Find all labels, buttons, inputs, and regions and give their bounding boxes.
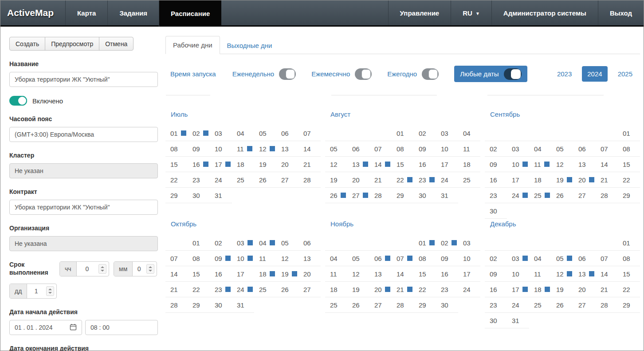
calendar-day[interactable]: 26 (551, 297, 573, 312)
tab-days-off[interactable]: Выходные дни (220, 37, 279, 54)
calendar-day[interactable]: 29 (414, 297, 436, 312)
month-title[interactable]: Сентябрь (490, 110, 520, 118)
year-2023[interactable]: 2023 (557, 70, 572, 78)
step-up-icon[interactable] (149, 266, 152, 268)
calendar-day[interactable]: 03 (210, 126, 232, 141)
calendar-day[interactable]: 06 (347, 141, 369, 156)
calendar-day[interactable]: 22 (618, 282, 640, 297)
calendar-day[interactable]: 16 (485, 282, 507, 297)
weekly-toggle-group[interactable]: Еженедельно (232, 68, 296, 80)
calendar-day[interactable]: 03 (232, 235, 254, 250)
days-value[interactable]: 1 (27, 284, 45, 298)
calendar-day[interactable]: 31 (210, 188, 232, 203)
calendar-day[interactable]: 26 (347, 297, 369, 312)
calendar-day[interactable]: 29 (618, 188, 640, 203)
calendar-day[interactable]: 18 (529, 282, 551, 297)
nav-item-user[interactable]: Администратор системы (491, 0, 598, 25)
create-button[interactable]: Создать (9, 37, 45, 51)
calendar-day[interactable]: 10 (232, 251, 254, 266)
calendar-day[interactable]: 01 (392, 126, 414, 141)
calendar-day[interactable]: 17 (507, 282, 529, 297)
calendar-day[interactable]: 20 (298, 266, 321, 281)
calendar-day[interactable]: 13 (298, 251, 321, 266)
calendar-day[interactable]: 19 (347, 282, 369, 297)
calendar-day[interactable]: 22 (165, 172, 188, 187)
step-down-icon[interactable] (48, 292, 52, 294)
calendar-day[interactable]: 14 (165, 266, 188, 281)
calendar-day[interactable]: 11 (254, 251, 276, 266)
calendar-day[interactable]: 09 (485, 266, 507, 281)
calendar-day[interactable]: 24 (436, 172, 458, 187)
calendar-day[interactable]: 14 (392, 266, 414, 281)
calendar-day[interactable]: 08 (414, 251, 436, 266)
calendar-day[interactable]: 28 (596, 297, 618, 312)
calendar-day[interactable]: 13 (276, 141, 298, 156)
stepper-arrows[interactable] (146, 264, 154, 274)
calendar-day[interactable]: 14 (596, 266, 618, 281)
calendar-day[interactable]: 11 (529, 266, 551, 281)
calendar-day[interactable]: 27 (369, 297, 392, 312)
calendar-day[interactable]: 04 (458, 126, 480, 141)
tab-working-days[interactable]: Рабочие дни (165, 36, 220, 54)
calendar-day[interactable]: 30 (188, 188, 210, 203)
calendar-day[interactable]: 18 (232, 157, 254, 172)
start-time-input[interactable]: 08 : 00 (85, 320, 158, 335)
calendar-day[interactable]: 10 (436, 141, 458, 156)
nav-item-logout[interactable]: Выход (598, 0, 644, 25)
calendar-day[interactable]: 01 (165, 126, 188, 141)
calendar-day[interactable]: 05 (325, 141, 347, 156)
year-2024[interactable]: 2024 (582, 66, 607, 82)
calendar-day[interactable]: 17 (210, 157, 232, 172)
calendar-day[interactable]: 30 (436, 297, 458, 312)
calendar-day[interactable]: 07 (298, 126, 321, 141)
weekly-toggle[interactable] (279, 68, 296, 80)
calendar-day[interactable]: 22 (618, 172, 640, 187)
calendar-day[interactable]: 07 (392, 251, 414, 266)
calendar-day[interactable]: 15 (414, 266, 436, 281)
month-title[interactable]: Июль (171, 110, 188, 118)
calendar-day[interactable]: 29 (392, 188, 414, 203)
calendar-day[interactable]: 25 (529, 297, 551, 312)
calendar-day[interactable]: 12 (551, 266, 573, 281)
calendar-day[interactable]: 25 (325, 297, 347, 312)
calendar-day[interactable]: 19 (551, 172, 573, 187)
nav-item-tasks[interactable]: Задания (107, 0, 159, 25)
calendar-day[interactable]: 19 (551, 282, 573, 297)
calendar-day[interactable]: 01 (188, 235, 210, 250)
nav-item-management[interactable]: Управление (388, 0, 451, 25)
calendar-day[interactable]: 13 (369, 266, 392, 281)
calendar-day[interactable]: 15 (165, 157, 188, 172)
calendar-day[interactable]: 28 (369, 188, 392, 203)
calendar-day[interactable]: 23 (414, 172, 436, 187)
calendar-day[interactable]: 20 (276, 157, 298, 172)
calendar-day[interactable]: 01 (618, 126, 640, 141)
calendar-day[interactable]: 28 (165, 297, 188, 312)
calendar-day[interactable]: 16 (188, 157, 210, 172)
calendar-day[interactable]: 10 (458, 251, 480, 266)
calendar-day[interactable]: 11 (325, 266, 347, 281)
calendar-day[interactable]: 29 (188, 297, 210, 312)
calendar-day[interactable]: 15 (188, 266, 210, 281)
calendar-day[interactable]: 24 (210, 172, 232, 187)
duration-days-stepper[interactable]: дд 1 (9, 284, 57, 299)
minutes-value[interactable]: 0 (133, 262, 145, 276)
calendar-day[interactable]: 31 (436, 188, 458, 203)
calendar-day[interactable]: 12 (254, 141, 276, 156)
calendar-day[interactable]: 04 (232, 126, 254, 141)
calendar-day[interactable]: 12 (325, 157, 347, 172)
calendar-day[interactable]: 10 (210, 141, 232, 156)
calendar-day[interactable]: 13 (347, 157, 369, 172)
calendar-day[interactable]: 27 (573, 188, 596, 203)
language-dropdown[interactable]: RU ▼ (451, 0, 491, 25)
calendar-day[interactable]: 05 (276, 235, 298, 250)
calendar-day[interactable]: 18 (254, 266, 276, 281)
calendar-day[interactable]: 06 (369, 251, 392, 266)
calendar-day[interactable]: 31 (232, 297, 254, 312)
calendar-day[interactable]: 20 (573, 282, 596, 297)
calendar-day[interactable]: 23 (436, 282, 458, 297)
monthly-toggle[interactable] (355, 68, 372, 80)
calendar-day[interactable]: 14 (596, 157, 618, 172)
calendar-day[interactable]: 23 (485, 297, 507, 312)
calendar-day[interactable]: 07 (596, 141, 618, 156)
calendar-day[interactable]: 15 (618, 266, 640, 281)
